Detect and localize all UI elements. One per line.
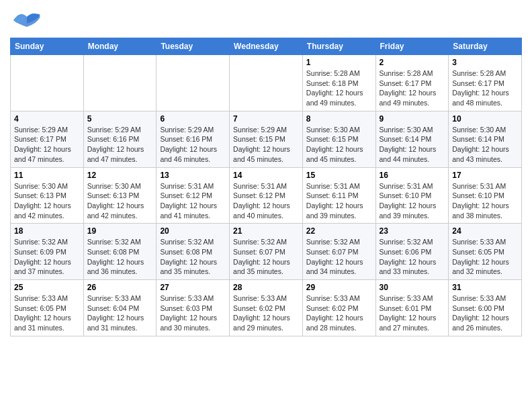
calendar-cell: 11Sunrise: 5:30 AM Sunset: 6:13 PM Dayli… (11, 167, 84, 224)
calendar-cell: 5Sunrise: 5:29 AM Sunset: 6:16 PM Daylig… (83, 111, 157, 167)
day-number: 27 (160, 283, 226, 292)
day-info: Sunrise: 5:31 AM Sunset: 6:12 PM Dayligh… (160, 181, 226, 221)
day-info: Sunrise: 5:30 AM Sunset: 6:14 PM Dayligh… (380, 125, 445, 165)
day-info: Sunrise: 5:33 AM Sunset: 6:04 PM Dayligh… (87, 293, 153, 333)
day-number: 14 (233, 171, 299, 180)
day-number: 28 (233, 283, 299, 292)
day-header-friday: Friday (375, 38, 449, 55)
day-number: 1 (306, 58, 372, 67)
calendar-cell: 12Sunrise: 5:30 AM Sunset: 6:13 PM Dayli… (83, 167, 157, 224)
day-number: 3 (452, 58, 518, 67)
day-number: 17 (452, 171, 518, 180)
day-info: Sunrise: 5:30 AM Sunset: 6:15 PM Dayligh… (306, 125, 372, 165)
calendar-week-row: 25Sunrise: 5:33 AM Sunset: 6:05 PM Dayli… (11, 280, 522, 336)
day-info: Sunrise: 5:30 AM Sunset: 6:13 PM Dayligh… (14, 181, 80, 221)
day-info: Sunrise: 5:32 AM Sunset: 6:06 PM Dayligh… (380, 237, 445, 277)
calendar-cell: 10Sunrise: 5:30 AM Sunset: 6:14 PM Dayli… (449, 111, 522, 167)
day-info: Sunrise: 5:29 AM Sunset: 6:15 PM Dayligh… (233, 125, 299, 165)
day-number: 2 (380, 58, 445, 67)
calendar-header-row: SundayMondayTuesdayWednesdayThursdayFrid… (11, 38, 522, 55)
calendar-cell: 7Sunrise: 5:29 AM Sunset: 6:15 PM Daylig… (230, 111, 303, 167)
calendar-cell (11, 55, 84, 111)
day-number: 8 (306, 114, 372, 124)
calendar-cell: 23Sunrise: 5:32 AM Sunset: 6:06 PM Dayli… (375, 224, 449, 280)
day-info: Sunrise: 5:32 AM Sunset: 6:07 PM Dayligh… (306, 237, 372, 277)
day-number: 19 (87, 226, 153, 236)
day-number: 13 (160, 171, 226, 180)
day-info: Sunrise: 5:29 AM Sunset: 6:17 PM Dayligh… (14, 125, 80, 165)
day-number: 7 (233, 114, 299, 124)
calendar-cell: 14Sunrise: 5:31 AM Sunset: 6:12 PM Dayli… (230, 167, 303, 224)
day-header-sunday: Sunday (11, 38, 84, 55)
day-number: 18 (14, 226, 80, 236)
day-number: 9 (380, 114, 445, 124)
day-info: Sunrise: 5:30 AM Sunset: 6:14 PM Dayligh… (452, 125, 518, 165)
day-info: Sunrise: 5:32 AM Sunset: 6:08 PM Dayligh… (160, 237, 226, 277)
day-info: Sunrise: 5:32 AM Sunset: 6:07 PM Dayligh… (233, 237, 299, 277)
calendar-cell: 8Sunrise: 5:30 AM Sunset: 6:15 PM Daylig… (302, 111, 375, 167)
day-number: 10 (452, 114, 518, 124)
day-header-monday: Monday (83, 38, 157, 55)
calendar-cell: 19Sunrise: 5:32 AM Sunset: 6:08 PM Dayli… (83, 224, 157, 280)
day-info: Sunrise: 5:33 AM Sunset: 6:00 PM Dayligh… (452, 293, 518, 333)
day-number: 31 (452, 283, 518, 292)
day-info: Sunrise: 5:29 AM Sunset: 6:16 PM Dayligh… (160, 125, 226, 165)
day-info: Sunrise: 5:32 AM Sunset: 6:09 PM Dayligh… (14, 237, 80, 277)
calendar-cell: 6Sunrise: 5:29 AM Sunset: 6:16 PM Daylig… (157, 111, 230, 167)
calendar-cell: 24Sunrise: 5:33 AM Sunset: 6:05 PM Dayli… (449, 224, 522, 280)
calendar-cell: 20Sunrise: 5:32 AM Sunset: 6:08 PM Dayli… (157, 224, 230, 280)
day-number: 29 (306, 283, 372, 292)
day-info: Sunrise: 5:28 AM Sunset: 6:17 PM Dayligh… (380, 68, 445, 108)
day-info: Sunrise: 5:33 AM Sunset: 6:01 PM Dayligh… (380, 293, 445, 333)
day-header-thursday: Thursday (302, 38, 375, 55)
day-number: 6 (160, 114, 226, 124)
day-info: Sunrise: 5:32 AM Sunset: 6:08 PM Dayligh… (87, 237, 153, 277)
calendar-cell: 3Sunrise: 5:28 AM Sunset: 6:17 PM Daylig… (449, 55, 522, 111)
calendar-cell: 4Sunrise: 5:29 AM Sunset: 6:17 PM Daylig… (11, 111, 84, 167)
day-info: Sunrise: 5:33 AM Sunset: 6:02 PM Dayligh… (233, 293, 299, 333)
day-info: Sunrise: 5:31 AM Sunset: 6:10 PM Dayligh… (452, 181, 518, 221)
calendar-cell: 13Sunrise: 5:31 AM Sunset: 6:12 PM Dayli… (157, 167, 230, 224)
calendar-cell: 18Sunrise: 5:32 AM Sunset: 6:09 PM Dayli… (11, 224, 84, 280)
day-number: 24 (452, 226, 518, 236)
calendar-cell: 9Sunrise: 5:30 AM Sunset: 6:14 PM Daylig… (375, 111, 449, 167)
calendar-week-row: 18Sunrise: 5:32 AM Sunset: 6:09 PM Dayli… (11, 224, 522, 280)
day-info: Sunrise: 5:33 AM Sunset: 6:05 PM Dayligh… (14, 293, 80, 333)
calendar-cell: 27Sunrise: 5:33 AM Sunset: 6:03 PM Dayli… (157, 280, 230, 336)
day-info: Sunrise: 5:29 AM Sunset: 6:16 PM Dayligh… (87, 125, 153, 165)
day-number: 22 (306, 226, 372, 236)
day-number: 16 (380, 171, 445, 180)
day-info: Sunrise: 5:33 AM Sunset: 6:05 PM Dayligh… (452, 237, 518, 277)
calendar-cell (230, 55, 303, 111)
calendar-cell: 15Sunrise: 5:31 AM Sunset: 6:11 PM Dayli… (302, 167, 375, 224)
day-number: 11 (14, 171, 80, 180)
day-number: 4 (14, 114, 80, 124)
logo-icon (10, 7, 44, 34)
calendar-week-row: 4Sunrise: 5:29 AM Sunset: 6:17 PM Daylig… (11, 111, 522, 167)
day-number: 23 (380, 226, 445, 236)
header (10, 7, 522, 34)
calendar-cell: 17Sunrise: 5:31 AM Sunset: 6:10 PM Dayli… (449, 167, 522, 224)
day-info: Sunrise: 5:33 AM Sunset: 6:03 PM Dayligh… (160, 293, 226, 333)
day-info: Sunrise: 5:33 AM Sunset: 6:02 PM Dayligh… (306, 293, 372, 333)
calendar-cell (157, 55, 230, 111)
calendar-cell: 25Sunrise: 5:33 AM Sunset: 6:05 PM Dayli… (11, 280, 84, 336)
calendar-week-row: 11Sunrise: 5:30 AM Sunset: 6:13 PM Dayli… (11, 167, 522, 224)
day-header-wednesday: Wednesday (230, 38, 303, 55)
calendar-cell: 29Sunrise: 5:33 AM Sunset: 6:02 PM Dayli… (302, 280, 375, 336)
day-number: 20 (160, 226, 226, 236)
day-number: 26 (87, 283, 153, 292)
day-info: Sunrise: 5:31 AM Sunset: 6:12 PM Dayligh… (233, 181, 299, 221)
calendar-cell: 22Sunrise: 5:32 AM Sunset: 6:07 PM Dayli… (302, 224, 375, 280)
logo (10, 7, 46, 34)
day-info: Sunrise: 5:31 AM Sunset: 6:10 PM Dayligh… (380, 181, 445, 221)
day-number: 5 (87, 114, 153, 124)
day-header-saturday: Saturday (449, 38, 522, 55)
day-info: Sunrise: 5:28 AM Sunset: 6:18 PM Dayligh… (306, 68, 372, 108)
day-number: 21 (233, 226, 299, 236)
calendar-week-row: 1Sunrise: 5:28 AM Sunset: 6:18 PM Daylig… (11, 55, 522, 111)
calendar-cell: 2Sunrise: 5:28 AM Sunset: 6:17 PM Daylig… (375, 55, 449, 111)
day-header-tuesday: Tuesday (157, 38, 230, 55)
day-number: 15 (306, 171, 372, 180)
calendar-cell: 21Sunrise: 5:32 AM Sunset: 6:07 PM Dayli… (230, 224, 303, 280)
